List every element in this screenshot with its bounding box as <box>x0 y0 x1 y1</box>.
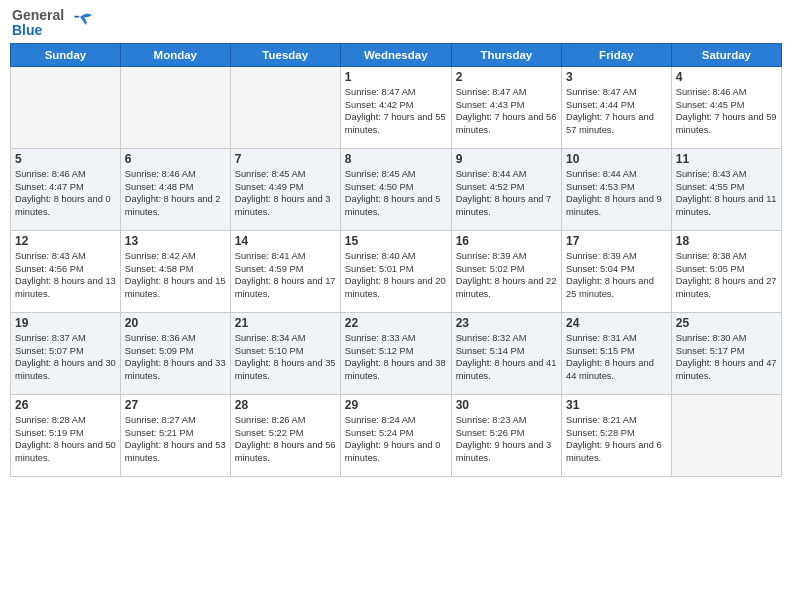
day-cell: 4Sunrise: 8:46 AM Sunset: 4:45 PM Daylig… <box>671 66 781 148</box>
day-info: Sunrise: 8:21 AM Sunset: 5:28 PM Dayligh… <box>566 414 667 465</box>
day-cell: 25Sunrise: 8:30 AM Sunset: 5:17 PM Dayli… <box>671 312 781 394</box>
day-number: 3 <box>566 70 667 84</box>
day-cell: 9Sunrise: 8:44 AM Sunset: 4:52 PM Daylig… <box>451 148 561 230</box>
day-info: Sunrise: 8:28 AM Sunset: 5:19 PM Dayligh… <box>15 414 116 465</box>
day-info: Sunrise: 8:46 AM Sunset: 4:45 PM Dayligh… <box>676 86 777 137</box>
logo-blue: Blue <box>12 23 64 38</box>
day-number: 14 <box>235 234 336 248</box>
day-cell: 7Sunrise: 8:45 AM Sunset: 4:49 PM Daylig… <box>230 148 340 230</box>
day-number: 13 <box>125 234 226 248</box>
logo-bird-icon <box>66 9 94 37</box>
day-info: Sunrise: 8:31 AM Sunset: 5:15 PM Dayligh… <box>566 332 667 383</box>
day-number: 4 <box>676 70 777 84</box>
day-header-tuesday: Tuesday <box>230 43 340 66</box>
day-cell: 17Sunrise: 8:39 AM Sunset: 5:04 PM Dayli… <box>561 230 671 312</box>
day-info: Sunrise: 8:34 AM Sunset: 5:10 PM Dayligh… <box>235 332 336 383</box>
logo-general: General <box>12 8 64 23</box>
day-info: Sunrise: 8:26 AM Sunset: 5:22 PM Dayligh… <box>235 414 336 465</box>
day-info: Sunrise: 8:47 AM Sunset: 4:44 PM Dayligh… <box>566 86 667 137</box>
day-number: 23 <box>456 316 557 330</box>
day-cell: 29Sunrise: 8:24 AM Sunset: 5:24 PM Dayli… <box>340 394 451 476</box>
day-info: Sunrise: 8:38 AM Sunset: 5:05 PM Dayligh… <box>676 250 777 301</box>
logo: General Blue <box>12 8 94 39</box>
day-number: 10 <box>566 152 667 166</box>
day-info: Sunrise: 8:33 AM Sunset: 5:12 PM Dayligh… <box>345 332 447 383</box>
day-header-monday: Monday <box>120 43 230 66</box>
day-info: Sunrise: 8:39 AM Sunset: 5:04 PM Dayligh… <box>566 250 667 301</box>
day-cell: 13Sunrise: 8:42 AM Sunset: 4:58 PM Dayli… <box>120 230 230 312</box>
day-number: 2 <box>456 70 557 84</box>
day-number: 6 <box>125 152 226 166</box>
day-info: Sunrise: 8:23 AM Sunset: 5:26 PM Dayligh… <box>456 414 557 465</box>
day-header-wednesday: Wednesday <box>340 43 451 66</box>
day-cell <box>230 66 340 148</box>
day-info: Sunrise: 8:44 AM Sunset: 4:52 PM Dayligh… <box>456 168 557 219</box>
day-info: Sunrise: 8:47 AM Sunset: 4:43 PM Dayligh… <box>456 86 557 137</box>
day-info: Sunrise: 8:39 AM Sunset: 5:02 PM Dayligh… <box>456 250 557 301</box>
day-number: 25 <box>676 316 777 330</box>
day-cell: 21Sunrise: 8:34 AM Sunset: 5:10 PM Dayli… <box>230 312 340 394</box>
day-cell: 14Sunrise: 8:41 AM Sunset: 4:59 PM Dayli… <box>230 230 340 312</box>
day-number: 27 <box>125 398 226 412</box>
day-cell: 3Sunrise: 8:47 AM Sunset: 4:44 PM Daylig… <box>561 66 671 148</box>
day-cell: 2Sunrise: 8:47 AM Sunset: 4:43 PM Daylig… <box>451 66 561 148</box>
day-cell: 12Sunrise: 8:43 AM Sunset: 4:56 PM Dayli… <box>11 230 121 312</box>
day-info: Sunrise: 8:45 AM Sunset: 4:49 PM Dayligh… <box>235 168 336 219</box>
day-number: 28 <box>235 398 336 412</box>
day-cell <box>120 66 230 148</box>
day-cell: 22Sunrise: 8:33 AM Sunset: 5:12 PM Dayli… <box>340 312 451 394</box>
day-info: Sunrise: 8:27 AM Sunset: 5:21 PM Dayligh… <box>125 414 226 465</box>
day-cell: 30Sunrise: 8:23 AM Sunset: 5:26 PM Dayli… <box>451 394 561 476</box>
day-header-sunday: Sunday <box>11 43 121 66</box>
day-number: 26 <box>15 398 116 412</box>
day-number: 21 <box>235 316 336 330</box>
day-number: 31 <box>566 398 667 412</box>
day-number: 12 <box>15 234 116 248</box>
day-number: 9 <box>456 152 557 166</box>
day-number: 8 <box>345 152 447 166</box>
day-info: Sunrise: 8:36 AM Sunset: 5:09 PM Dayligh… <box>125 332 226 383</box>
day-info: Sunrise: 8:43 AM Sunset: 4:56 PM Dayligh… <box>15 250 116 301</box>
day-cell: 28Sunrise: 8:26 AM Sunset: 5:22 PM Dayli… <box>230 394 340 476</box>
calendar-wrapper: SundayMondayTuesdayWednesdayThursdayFrid… <box>8 43 784 477</box>
day-cell: 1Sunrise: 8:47 AM Sunset: 4:42 PM Daylig… <box>340 66 451 148</box>
day-cell: 19Sunrise: 8:37 AM Sunset: 5:07 PM Dayli… <box>11 312 121 394</box>
day-cell: 10Sunrise: 8:44 AM Sunset: 4:53 PM Dayli… <box>561 148 671 230</box>
day-number: 17 <box>566 234 667 248</box>
day-info: Sunrise: 8:37 AM Sunset: 5:07 PM Dayligh… <box>15 332 116 383</box>
day-cell: 23Sunrise: 8:32 AM Sunset: 5:14 PM Dayli… <box>451 312 561 394</box>
day-number: 5 <box>15 152 116 166</box>
day-header-friday: Friday <box>561 43 671 66</box>
day-cell: 8Sunrise: 8:45 AM Sunset: 4:50 PM Daylig… <box>340 148 451 230</box>
day-cell: 31Sunrise: 8:21 AM Sunset: 5:28 PM Dayli… <box>561 394 671 476</box>
day-info: Sunrise: 8:45 AM Sunset: 4:50 PM Dayligh… <box>345 168 447 219</box>
day-number: 7 <box>235 152 336 166</box>
day-header-saturday: Saturday <box>671 43 781 66</box>
day-info: Sunrise: 8:42 AM Sunset: 4:58 PM Dayligh… <box>125 250 226 301</box>
day-number: 22 <box>345 316 447 330</box>
day-number: 16 <box>456 234 557 248</box>
day-info: Sunrise: 8:47 AM Sunset: 4:42 PM Dayligh… <box>345 86 447 137</box>
day-info: Sunrise: 8:46 AM Sunset: 4:47 PM Dayligh… <box>15 168 116 219</box>
day-number: 24 <box>566 316 667 330</box>
day-cell: 11Sunrise: 8:43 AM Sunset: 4:55 PM Dayli… <box>671 148 781 230</box>
day-info: Sunrise: 8:43 AM Sunset: 4:55 PM Dayligh… <box>676 168 777 219</box>
day-number: 11 <box>676 152 777 166</box>
day-number: 29 <box>345 398 447 412</box>
day-number: 19 <box>15 316 116 330</box>
day-number: 15 <box>345 234 447 248</box>
day-cell <box>671 394 781 476</box>
day-header-thursday: Thursday <box>451 43 561 66</box>
day-cell: 5Sunrise: 8:46 AM Sunset: 4:47 PM Daylig… <box>11 148 121 230</box>
day-cell: 26Sunrise: 8:28 AM Sunset: 5:19 PM Dayli… <box>11 394 121 476</box>
day-number: 20 <box>125 316 226 330</box>
day-cell: 15Sunrise: 8:40 AM Sunset: 5:01 PM Dayli… <box>340 230 451 312</box>
day-cell: 16Sunrise: 8:39 AM Sunset: 5:02 PM Dayli… <box>451 230 561 312</box>
day-cell: 27Sunrise: 8:27 AM Sunset: 5:21 PM Dayli… <box>120 394 230 476</box>
day-info: Sunrise: 8:32 AM Sunset: 5:14 PM Dayligh… <box>456 332 557 383</box>
day-info: Sunrise: 8:40 AM Sunset: 5:01 PM Dayligh… <box>345 250 447 301</box>
day-info: Sunrise: 8:46 AM Sunset: 4:48 PM Dayligh… <box>125 168 226 219</box>
day-number: 18 <box>676 234 777 248</box>
calendar-table: SundayMondayTuesdayWednesdayThursdayFrid… <box>10 43 782 477</box>
day-cell: 6Sunrise: 8:46 AM Sunset: 4:48 PM Daylig… <box>120 148 230 230</box>
